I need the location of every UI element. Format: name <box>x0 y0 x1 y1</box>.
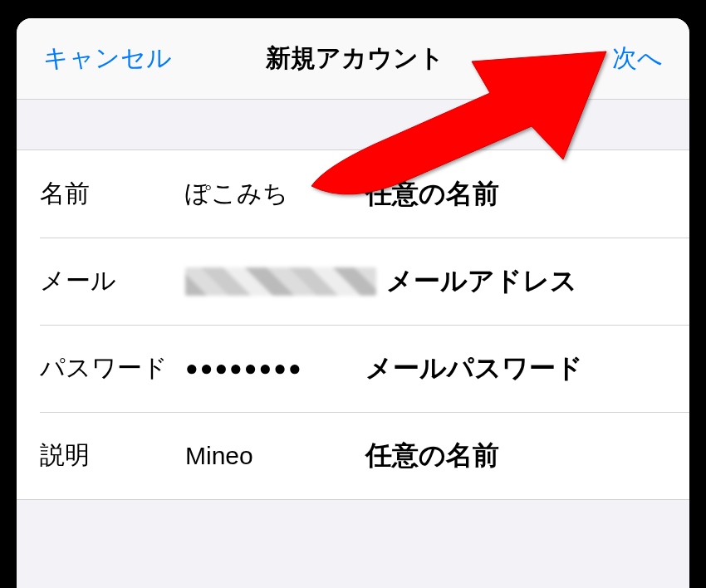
name-row[interactable]: 名前 ぽこみち 任意の名前 <box>17 150 689 238</box>
email-input[interactable] <box>185 267 376 296</box>
description-row[interactable]: 説明 Mineo 任意の名前 <box>17 412 689 499</box>
email-label: メール <box>40 264 185 298</box>
new-account-modal: キャンセル 新規アカウント 次へ 名前 ぽこみち 任意の名前 メール メールアド… <box>17 18 689 588</box>
modal-title: 新規アカウント <box>266 42 444 76</box>
description-input[interactable]: Mineo <box>185 442 253 470</box>
account-form: 名前 ぽこみち 任意の名前 メール メールアドレス パスワード ●●●●●●●●… <box>17 149 689 500</box>
spacer <box>17 100 689 149</box>
cancel-button[interactable]: キャンセル <box>43 42 172 76</box>
email-row[interactable]: メール メールアドレス <box>17 238 689 325</box>
name-input[interactable]: ぽこみち <box>185 177 288 211</box>
modal-header: キャンセル 新規アカウント 次へ <box>17 18 689 100</box>
description-annotation: 任意の名前 <box>365 438 499 474</box>
name-annotation: 任意の名前 <box>365 176 499 213</box>
password-label: パスワード <box>40 351 185 385</box>
password-input[interactable]: ●●●●●●●● <box>185 355 303 381</box>
password-row[interactable]: パスワード ●●●●●●●● メールパスワード <box>17 325 689 412</box>
description-label: 説明 <box>40 439 185 473</box>
bottom-spacer <box>17 500 689 588</box>
next-button[interactable]: 次へ <box>538 42 663 76</box>
name-label: 名前 <box>40 177 185 211</box>
email-annotation: メールアドレス <box>386 263 577 300</box>
password-annotation: メールパスワード <box>365 350 583 387</box>
